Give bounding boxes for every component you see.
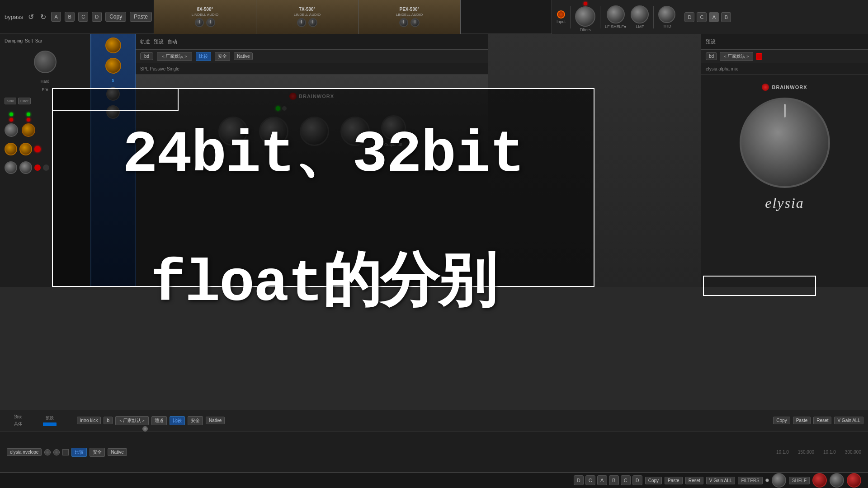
ft-btn-c2[interactable]: C — [621, 475, 631, 485]
ft-copy[interactable]: Copy — [645, 477, 662, 484]
input-label: Input — [557, 19, 566, 24]
knob-2[interactable] — [206, 18, 215, 27]
red-led-1 — [34, 146, 41, 152]
right-family-dropdown[interactable]: ＜厂家默认＞ — [720, 52, 753, 61]
right-close-btn[interactable] — [756, 53, 762, 60]
filter-knob-red-2[interactable] — [847, 473, 861, 488]
blue-ch-knob-2[interactable] — [105, 58, 121, 74]
auto-rack-label: 自动 — [167, 38, 177, 45]
timeline-num-2: 150.000 — [798, 450, 814, 455]
channel-group-a: intro kick b ＜厂家默认＞ 通道 比较 安全 Native — [77, 416, 225, 425]
filter-knob-red-1[interactable] — [812, 473, 827, 488]
elysia-nvelope-label: elysia nvelope — [7, 448, 42, 456]
rbc-copy[interactable]: Copy — [773, 417, 790, 424]
channel-family-dropdown[interactable]: ＜厂家默认＞ — [115, 416, 149, 425]
yellow-knob-1[interactable] — [5, 143, 17, 155]
letter-a-button[interactable]: A — [51, 12, 61, 22]
knob-6[interactable] — [410, 18, 420, 27]
thd-knob[interactable] — [658, 6, 675, 23]
lf-shelf-knob[interactable] — [607, 5, 625, 23]
ft-btn-d2[interactable]: D — [632, 475, 642, 485]
shelf-btn[interactable]: SHELF — [789, 477, 810, 484]
filters-btn[interactable]: FILTERS — [738, 477, 762, 484]
ch2-knob[interactable] — [22, 123, 35, 137]
filter-knob-2[interactable] — [830, 473, 844, 488]
soft-label: Soft — [25, 38, 33, 43]
ft-paste[interactable]: Paste — [665, 477, 683, 484]
mixer-ch2-fader — [43, 422, 57, 426]
undo-button[interactable]: ↺ — [27, 11, 35, 23]
letter-c-button[interactable]: C — [78, 12, 88, 22]
input-led — [584, 2, 587, 5]
filter-knob-1[interactable] — [772, 473, 786, 488]
letter-b-button[interactable]: B — [65, 12, 75, 22]
blue-ch-knob-1[interactable] — [105, 38, 121, 53]
nvelope-native: Native — [108, 448, 127, 456]
filters-label: Filters — [580, 28, 591, 32]
input-knob[interactable] — [575, 6, 595, 27]
lmf-knob[interactable] — [631, 5, 649, 23]
plugin-pex500-brand: LINDELL AUDIO — [396, 13, 423, 17]
rbc-reset[interactable]: Reset — [813, 417, 831, 424]
mixer-ch1-name: 预设 — [14, 414, 22, 420]
knob-5[interactable] — [399, 18, 408, 27]
timeline-row-1: 预设 具体 预设 intro kick b ＜厂家默认＞ 通道 比较 安全 Na… — [0, 409, 868, 432]
nvelope-down-btn[interactable] — [44, 449, 51, 455]
solo-btn[interactable]: Solo — [5, 98, 16, 104]
channel-dropdown[interactable]: intro kick — [77, 417, 101, 424]
power-button[interactable] — [557, 10, 565, 19]
ft-btn-c[interactable]: C — [585, 475, 595, 485]
elysia-main-knob[interactable] — [740, 98, 830, 188]
ft-btn-b[interactable]: B — [609, 475, 619, 485]
ft-btn-a[interactable]: A — [597, 475, 607, 485]
copy-button[interactable]: Copy — [105, 12, 126, 22]
hard-label: Hard — [5, 79, 85, 84]
gray-knob-1[interactable] — [5, 161, 17, 174]
rbc-vgain[interactable]: V Gain ALL — [834, 417, 863, 424]
elysia-alpha-label-row: elysia alpha mix — [701, 63, 868, 75]
ch1-led-green — [9, 113, 13, 116]
right-panel-btn-c[interactable]: C — [697, 12, 707, 22]
plugin-7x500: 7X-500° LINDELL AUDIO — [256, 0, 359, 34]
yellow-knob-2[interactable] — [19, 143, 32, 155]
right-channel-panel: 预设 bd ＜厂家默认＞ elysia alpha mix BRAINWORX … — [701, 34, 868, 287]
knob-4[interactable] — [308, 18, 317, 27]
paste-button[interactable]: Paste — [130, 12, 152, 22]
letter-d-button[interactable]: D — [92, 12, 102, 22]
mixer-ch-2: 预设 — [36, 415, 63, 426]
nvelope-icon — [62, 449, 69, 455]
ft-btn-d[interactable]: D — [574, 475, 584, 485]
sar-label: Sar — [35, 38, 42, 43]
mixer-row-main: elysia nvelope 比较 安全 Native 10.1.0 150.0… — [0, 432, 868, 472]
section-divider-1 — [570, 6, 571, 28]
nvelope-compare[interactable]: 比较 — [71, 448, 87, 457]
redo-button[interactable]: ↻ — [39, 11, 47, 23]
ch1-knob[interactable] — [5, 123, 18, 137]
rbc-paste[interactable]: Paste — [793, 417, 811, 424]
filter-btn[interactable]: Filter — [18, 98, 31, 104]
title-line2: float的分别 — [151, 251, 496, 318]
dark-led — [43, 164, 49, 171]
ft-reset[interactable]: Reset — [685, 477, 703, 484]
right-panel-btn-d[interactable]: D — [684, 12, 694, 22]
right-panel-btn-a[interactable]: A — [709, 12, 719, 22]
ft-vgain[interactable]: V Gain ALL — [706, 477, 736, 484]
right-bd-label: bd — [706, 52, 717, 60]
gray-knob-2[interactable] — [19, 161, 32, 174]
right-panel-btn-b[interactable]: B — [721, 12, 731, 22]
input-knob-group: Filters — [575, 2, 595, 32]
thd-label: THD — [663, 24, 671, 28]
plugin-7x500-brand: LINDELL AUDIO — [294, 13, 321, 17]
channel-rack-label: 轨道 — [140, 38, 150, 45]
nvelope-up-btn[interactable] — [53, 449, 60, 455]
ch-labels-top: Damping Soft Sar — [5, 38, 85, 45]
knob-3[interactable] — [297, 18, 306, 27]
filter-letter-btns: D C A B C D — [574, 475, 642, 485]
ch2-led-green — [27, 113, 30, 116]
knob-1[interactable] — [195, 18, 204, 27]
channel-compare[interactable]: 比较 — [170, 416, 185, 425]
nvelope-safe: 安全 — [90, 448, 105, 457]
small-rect-bottom — [703, 276, 816, 296]
main-fader-knob[interactable] — [34, 51, 57, 73]
channel-b-btn[interactable]: b — [104, 417, 113, 424]
